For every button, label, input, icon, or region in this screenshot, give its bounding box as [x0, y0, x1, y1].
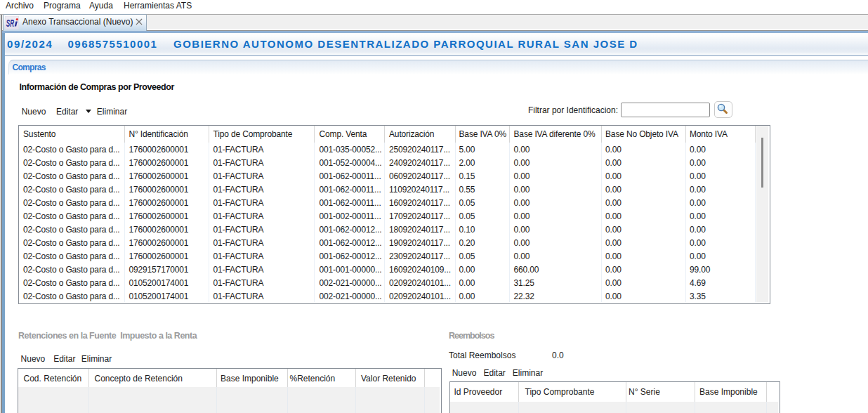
svg-text:SR: SR	[6, 17, 14, 28]
